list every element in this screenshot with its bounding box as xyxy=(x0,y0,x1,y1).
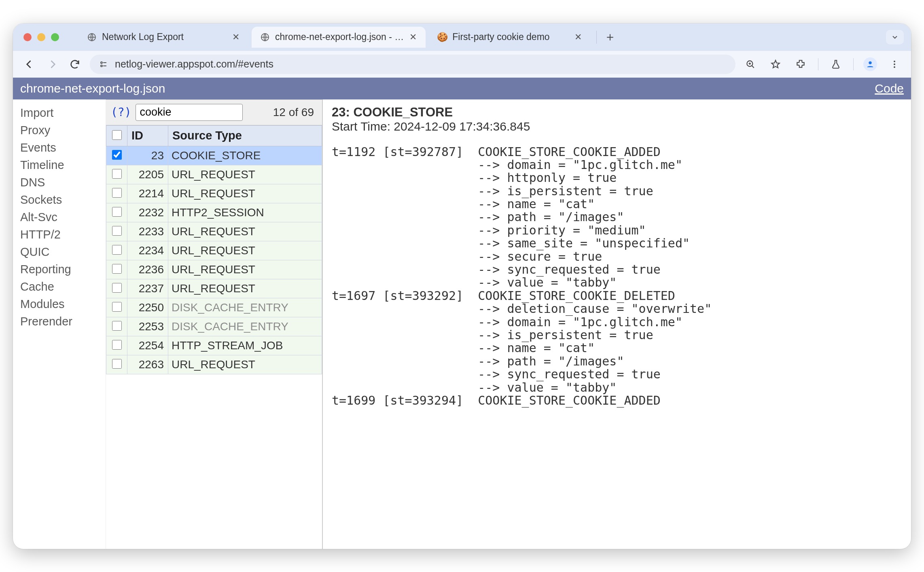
labs-icon[interactable] xyxy=(828,57,843,72)
events-table: ID Source Type 23COOKIE_STORE2205URL_REQ… xyxy=(106,125,322,374)
address-bar[interactable]: netlog-viewer.appspot.com/#events xyxy=(90,55,735,74)
tab-1[interactable]: chrome-net-export-log.json - … ✕ xyxy=(252,27,426,48)
extensions-icon[interactable] xyxy=(793,57,808,72)
event-row[interactable]: 2214URL_REQUEST xyxy=(106,184,322,203)
row-checkbox[interactable] xyxy=(112,150,122,160)
close-icon[interactable]: ✕ xyxy=(409,33,417,42)
new-tab-button[interactable]: ＋ xyxy=(602,30,618,45)
sidebar-item-import[interactable]: Import xyxy=(19,104,103,122)
row-checkbox[interactable] xyxy=(112,169,122,179)
globe-icon xyxy=(260,32,270,42)
separator xyxy=(818,58,818,70)
row-id: 2233 xyxy=(127,222,168,241)
sidebar-item-sockets[interactable]: Sockets xyxy=(19,191,103,209)
event-row[interactable]: 2234URL_REQUEST xyxy=(106,241,322,260)
sidebar-item-proxy[interactable]: Proxy xyxy=(19,122,103,139)
sidebar-item-timeline[interactable]: Timeline xyxy=(19,156,103,174)
event-row[interactable]: 2254HTTP_STREAM_JOB xyxy=(106,336,322,355)
row-source-type: COOKIE_STORE xyxy=(168,146,322,165)
sidebar-item-alt-svc[interactable]: Alt-Svc xyxy=(19,209,103,226)
row-id: 2250 xyxy=(127,298,168,317)
filter-count: 12 of 69 xyxy=(273,106,317,119)
menu-icon[interactable] xyxy=(887,57,902,72)
sidebar-item-events[interactable]: Events xyxy=(19,139,103,156)
event-row[interactable]: 2250DISK_CACHE_ENTRY xyxy=(106,298,322,317)
sidebar-item-quic[interactable]: QUIC xyxy=(19,243,103,261)
details-log: t=1192 [st=392787] COOKIE_STORE_COOKIE_A… xyxy=(332,146,902,407)
svg-point-6 xyxy=(894,61,895,62)
sidebar-item-cache[interactable]: Cache xyxy=(19,278,103,295)
row-checkbox[interactable] xyxy=(112,359,122,369)
row-source-type: URL_REQUEST xyxy=(168,184,322,203)
row-checkbox-cell xyxy=(106,317,127,336)
col-source[interactable]: Source Type xyxy=(168,125,322,146)
row-checkbox[interactable] xyxy=(112,340,122,350)
toolbar-right xyxy=(743,57,902,72)
event-row[interactable]: 23COOKIE_STORE xyxy=(106,146,322,165)
site-info-icon[interactable] xyxy=(99,59,108,69)
row-source-type: HTTP2_SESSION xyxy=(168,203,322,222)
event-row[interactable]: 2237URL_REQUEST xyxy=(106,279,322,298)
filter-help-link[interactable]: (?) xyxy=(111,106,131,119)
zoom-icon[interactable] xyxy=(743,57,758,72)
row-checkbox-cell xyxy=(106,355,127,374)
bookmark-icon[interactable] xyxy=(768,57,783,72)
filter-bar: (?) 12 of 69 xyxy=(106,99,322,125)
close-icon[interactable]: ✕ xyxy=(231,33,240,42)
code-link[interactable]: Code xyxy=(875,82,904,95)
app-banner: chrome-net-export-log.json Code xyxy=(13,78,911,99)
back-button[interactable] xyxy=(22,57,37,72)
sidebar-item-modules[interactable]: Modules xyxy=(19,295,103,313)
tab-title: Network Log Export xyxy=(102,32,227,42)
row-id: 2232 xyxy=(127,203,168,222)
event-row[interactable]: 2253DISK_CACHE_ENTRY xyxy=(106,317,322,336)
browser-window: Network Log Export ✕ chrome-net-export-l… xyxy=(13,23,911,549)
browser-toolbar: netlog-viewer.appspot.com/#events xyxy=(13,51,911,78)
sidebar-item-dns[interactable]: DNS xyxy=(19,174,103,191)
row-checkbox[interactable] xyxy=(112,188,122,198)
event-row[interactable]: 2233URL_REQUEST xyxy=(106,222,322,241)
sidebar: ImportProxyEventsTimelineDNSSocketsAlt-S… xyxy=(13,99,106,549)
window-minimize-button[interactable] xyxy=(37,33,45,41)
reload-button[interactable] xyxy=(67,57,83,72)
event-row[interactable]: 2263URL_REQUEST xyxy=(106,355,322,374)
row-id: 2236 xyxy=(127,260,168,279)
row-source-type: DISK_CACHE_ENTRY xyxy=(168,298,322,317)
col-id[interactable]: ID xyxy=(127,125,168,146)
sidebar-item-reporting[interactable]: Reporting xyxy=(19,261,103,278)
row-checkbox[interactable] xyxy=(112,302,122,312)
row-checkbox-cell xyxy=(106,203,127,222)
filter-input[interactable] xyxy=(136,104,243,121)
row-id: 2234 xyxy=(127,241,168,260)
forward-button[interactable] xyxy=(45,57,60,72)
row-source-type: URL_REQUEST xyxy=(168,222,322,241)
row-checkbox[interactable] xyxy=(112,207,122,217)
profile-button[interactable] xyxy=(863,57,877,71)
tab-dropdown-button[interactable] xyxy=(886,30,904,44)
event-row[interactable]: 2205URL_REQUEST xyxy=(106,165,322,184)
row-checkbox[interactable] xyxy=(112,283,122,293)
details-title: 23: COOKIE_STORE xyxy=(332,105,902,120)
event-row[interactable]: 2232HTTP2_SESSION xyxy=(106,203,322,222)
close-icon[interactable]: ✕ xyxy=(574,33,583,42)
tab-2[interactable]: 🍪 First-party cookie demo ✕ xyxy=(429,27,591,48)
row-checkbox[interactable] xyxy=(112,245,122,255)
window-maximize-button[interactable] xyxy=(51,33,59,41)
row-checkbox-cell xyxy=(106,146,127,165)
tab-0[interactable]: Network Log Export ✕ xyxy=(78,27,248,48)
window-close-button[interactable] xyxy=(23,33,32,41)
row-id: 2254 xyxy=(127,336,168,355)
globe-icon xyxy=(87,32,97,42)
sidebar-item-prerender[interactable]: Prerender xyxy=(19,313,103,330)
sidebar-item-http-2[interactable]: HTTP/2 xyxy=(19,226,103,243)
svg-point-7 xyxy=(894,63,895,65)
row-id: 2253 xyxy=(127,317,168,336)
events-panel: (?) 12 of 69 ID Source Type 23COOKIE_STO… xyxy=(106,99,323,549)
event-row[interactable]: 2236URL_REQUEST xyxy=(106,260,322,279)
row-checkbox[interactable] xyxy=(112,264,122,274)
select-all-checkbox[interactable] xyxy=(112,130,122,140)
row-checkbox[interactable] xyxy=(112,226,122,236)
row-checkbox[interactable] xyxy=(112,321,122,331)
row-id: 2237 xyxy=(127,279,168,298)
svg-point-2 xyxy=(101,62,102,63)
